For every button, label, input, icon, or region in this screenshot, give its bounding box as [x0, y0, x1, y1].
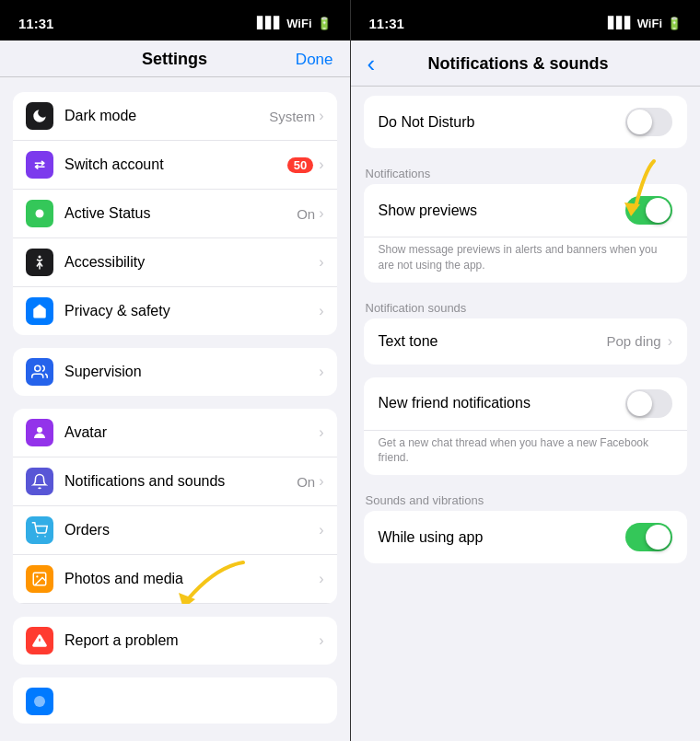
orders-chevron: ›	[319, 522, 323, 538]
notif-sounds-section: Text tone Pop ding ›	[364, 318, 688, 365]
new-friend-notif-desc: Get a new chat thread when you have a ne…	[364, 431, 688, 476]
dark-mode-value: System	[269, 109, 315, 124]
settings-group-4: Report a problem ›	[13, 617, 337, 665]
photos-media-row[interactable]: Photos and media ›	[13, 555, 337, 604]
active-status-icon	[26, 200, 53, 227]
show-previews-thumb	[646, 198, 671, 223]
supervision-chevron: ›	[319, 364, 323, 380]
settings-title: Settings	[142, 50, 207, 69]
battery-icon: 🔋	[317, 17, 332, 30]
while-using-app-row[interactable]: While using app	[364, 511, 688, 563]
right-battery-icon: 🔋	[667, 17, 682, 30]
avatar-row[interactable]: Avatar ›	[13, 409, 337, 457]
privacy-safety-row[interactable]: Privacy & safety ›	[13, 287, 337, 335]
show-previews-label: Show previews	[379, 203, 626, 219]
notifications-sounds-value: On	[297, 474, 315, 490]
privacy-safety-icon	[26, 297, 53, 325]
left-status-bar: 11:31 ▋▋▋ WiFi 🔋	[0, 0, 350, 41]
show-previews-desc: Show message previews in alerts and bann…	[364, 237, 688, 283]
show-previews-toggle[interactable]	[625, 196, 672, 225]
back-button[interactable]: ‹	[368, 50, 376, 78]
settings-scroll: Dark mode System › ⇄ Switch account 50 ›…	[0, 77, 350, 741]
report-problem-chevron: ›	[319, 632, 323, 649]
notif-scroll: Do Not Disturb Notifications Show previe…	[351, 87, 701, 741]
dark-mode-row[interactable]: Dark mode System ›	[13, 92, 337, 141]
extra-row[interactable]	[13, 677, 337, 724]
done-button[interactable]: Done	[296, 51, 333, 69]
avatar-chevron: ›	[319, 424, 323, 441]
photos-media-chevron: ›	[319, 571, 323, 587]
switch-account-chevron: ›	[319, 156, 323, 173]
svg-point-1	[39, 256, 41, 259]
active-status-row[interactable]: Active Status On ›	[13, 190, 337, 238]
do-not-disturb-row[interactable]: Do Not Disturb	[364, 96, 688, 148]
privacy-safety-chevron: ›	[319, 303, 323, 319]
right-status-icons: ▋▋▋ WiFi 🔋	[608, 17, 682, 30]
dark-mode-label: Dark mode	[64, 108, 269, 124]
notifications-header: Notifications	[351, 161, 701, 184]
dnd-section: Do Not Disturb	[364, 96, 688, 148]
report-problem-row[interactable]: Report a problem ›	[13, 617, 337, 665]
signal-icon: ▋▋▋	[257, 17, 282, 29]
left-phone-panel: 11:31 ▋▋▋ WiFi 🔋 Settings Done Dark mode…	[0, 0, 350, 741]
avatar-icon	[26, 419, 53, 446]
svg-point-0	[36, 210, 44, 218]
orders-icon	[26, 516, 53, 544]
left-time: 11:31	[18, 16, 53, 31]
orders-row[interactable]: Orders ›	[13, 506, 337, 555]
left-screen: Settings Done Dark mode System › ⇄ Switc…	[0, 41, 350, 741]
text-tone-row[interactable]: Text tone Pop ding ›	[364, 318, 688, 365]
notif-sounds-header: Notification sounds	[351, 295, 701, 318]
notifications-sounds-chevron: ›	[319, 473, 323, 490]
do-not-disturb-label: Do Not Disturb	[379, 114, 626, 131]
active-status-chevron: ›	[319, 205, 323, 222]
orders-label: Orders	[64, 522, 319, 538]
settings-group-2: Supervision ›	[13, 348, 337, 396]
svg-point-2	[35, 365, 41, 371]
extra-icon	[26, 688, 53, 715]
photos-media-icon	[26, 565, 53, 593]
left-status-icons: ▋▋▋ WiFi 🔋	[257, 17, 331, 30]
active-status-label: Active Status	[64, 205, 297, 222]
settings-group-1: Dark mode System › ⇄ Switch account 50 ›…	[13, 92, 337, 335]
text-tone-value-chevron: Pop ding ›	[606, 333, 672, 350]
left-nav-bar: Settings Done	[0, 41, 350, 77]
right-signal-icon: ▋▋▋	[608, 17, 633, 29]
accessibility-label: Accessibility	[64, 254, 319, 271]
switch-account-row[interactable]: ⇄ Switch account 50 ›	[13, 141, 337, 190]
supervision-label: Supervision	[64, 364, 319, 380]
svg-point-5	[44, 536, 46, 538]
right-time: 11:31	[369, 16, 404, 31]
sounds-vibrations-section: While using app	[364, 511, 688, 563]
wifi-icon: WiFi	[286, 17, 311, 30]
svg-point-11	[34, 696, 45, 707]
svg-point-7	[36, 575, 38, 577]
active-status-value: On	[297, 206, 315, 222]
sounds-vibrations-header: Sounds and vibrations	[351, 488, 701, 511]
accessibility-chevron: ›	[319, 254, 323, 271]
svg-point-4	[37, 536, 39, 538]
svg-point-3	[37, 427, 42, 433]
dark-mode-icon	[26, 102, 53, 130]
while-using-app-label: While using app	[379, 529, 626, 546]
text-tone-chevron: ›	[668, 333, 672, 350]
supervision-row[interactable]: Supervision ›	[13, 348, 337, 396]
new-friend-notif-label: New friend notifications	[379, 395, 626, 411]
notifications-section: Show previews Show message previews in a…	[364, 184, 688, 283]
notif-sounds-title: Notifications & sounds	[428, 54, 609, 74]
notifications-sounds-row[interactable]: Notifications and sounds On ›	[13, 457, 337, 506]
new-friend-notif-toggle[interactable]	[625, 389, 672, 418]
avatar-label: Avatar	[64, 424, 319, 441]
supervision-icon	[26, 358, 53, 386]
report-problem-icon	[26, 627, 53, 654]
notifications-sounds-label: Notifications and sounds	[64, 473, 297, 490]
show-previews-row[interactable]: Show previews	[364, 184, 688, 237]
accessibility-row[interactable]: Accessibility ›	[13, 238, 337, 287]
report-problem-label: Report a problem	[64, 632, 319, 649]
while-using-app-thumb	[646, 525, 671, 550]
accessibility-icon	[26, 249, 53, 276]
do-not-disturb-toggle[interactable]	[625, 108, 672, 136]
new-friend-notif-row[interactable]: New friend notifications	[364, 377, 688, 431]
new-friend-notif-thumb	[627, 391, 652, 416]
while-using-app-toggle[interactable]	[625, 523, 672, 551]
